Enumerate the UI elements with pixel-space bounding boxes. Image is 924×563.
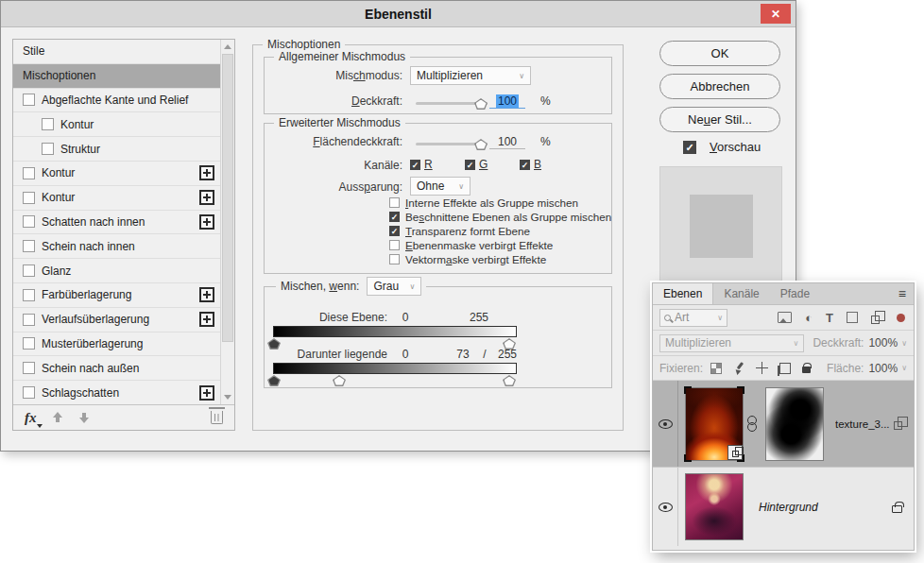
this-layer-gradient[interactable] xyxy=(273,326,517,337)
add-effect-icon[interactable] xyxy=(199,385,214,401)
slider-thumb[interactable] xyxy=(474,98,488,110)
checkbox[interactable] xyxy=(389,254,400,264)
check-beschnittene-ebenen[interactable]: ✓ Beschnittene Ebenen als Gruppe mischen xyxy=(389,211,611,223)
filter-toggle-icon[interactable] xyxy=(897,314,905,322)
close-button[interactable]: ✕ xyxy=(761,4,791,24)
style-item-struktur[interactable]: Struktur xyxy=(13,137,220,162)
filter-pixel-layers-icon[interactable] xyxy=(778,312,792,323)
preview-toggle[interactable]: ✓ Vorschau xyxy=(683,140,761,154)
visibility-cell[interactable] xyxy=(653,468,678,546)
checkbox[interactable] xyxy=(23,314,35,326)
style-item-kontur-sub[interactable]: Kontur xyxy=(13,112,220,137)
add-effect-icon[interactable] xyxy=(199,287,214,302)
opacity-value[interactable]: 100% xyxy=(868,336,898,350)
checkbox[interactable] xyxy=(42,143,54,155)
checkbox[interactable] xyxy=(23,215,35,228)
move-effect-up-icon[interactable] xyxy=(52,412,63,423)
style-item-verlaufsueberlagerung[interactable]: Verlaufsüberlagerung xyxy=(13,308,220,333)
panel-menu-icon[interactable]: ≡ xyxy=(891,283,914,304)
add-effect-icon[interactable] xyxy=(199,312,214,327)
layer-filter-select[interactable]: Art ∨ xyxy=(659,309,727,327)
styles-scrollbar[interactable] xyxy=(220,40,234,404)
style-item-abgeflachte-kante[interactable]: Abgeflachte Kante und Relief xyxy=(13,89,220,113)
dialog-titlebar[interactable]: Ebenenstil ✕ xyxy=(1,1,796,27)
style-item-schein-nach-innen[interactable]: Schein nach innen xyxy=(13,234,220,259)
opacity-input[interactable]: 100 xyxy=(489,94,525,109)
channel-b-checkbox[interactable]: ✓ xyxy=(520,160,530,170)
check-transparenz-formt[interactable]: ✓ Transparenz formt Ebene xyxy=(389,225,530,237)
layer-thumbnail[interactable] xyxy=(685,387,744,461)
layer-mask-thumbnail[interactable] xyxy=(765,387,824,461)
opacity-slider[interactable] xyxy=(416,102,488,105)
style-item-farbueberlagerung[interactable]: Farbüberlagerung xyxy=(13,283,220,308)
visibility-eye-icon[interactable] xyxy=(659,419,673,429)
checkbox[interactable] xyxy=(23,362,35,374)
tab-ebenen[interactable]: Ebenen xyxy=(653,283,713,304)
style-item-glanz[interactable]: Glanz xyxy=(13,259,220,283)
scroll-down-icon[interactable] xyxy=(221,391,234,403)
check-ebenenmaske-verbirgt[interactable]: Ebenenmaske verbirgt Effekte xyxy=(389,239,553,251)
fx-menu-button[interactable]: fx xyxy=(25,411,37,425)
layer-thumbnail[interactable] xyxy=(685,473,744,540)
scroll-up-icon[interactable] xyxy=(221,41,234,53)
checkbox[interactable]: ✓ xyxy=(389,212,400,222)
underlying-shadow-thumb[interactable] xyxy=(267,375,281,386)
checkbox[interactable] xyxy=(23,240,35,252)
tab-pfade[interactable]: Pfade xyxy=(770,283,820,304)
channel-r-checkbox[interactable]: ✓ xyxy=(410,160,420,170)
checkbox[interactable] xyxy=(23,289,35,301)
filter-shape-layers-icon[interactable] xyxy=(847,312,858,323)
ok-button[interactable]: OK xyxy=(659,41,780,66)
lock-position-icon[interactable] xyxy=(756,362,768,374)
filter-smart-objects-icon[interactable] xyxy=(871,316,880,324)
style-item-kontur-1[interactable]: Kontur xyxy=(13,162,220,186)
underlying-highlight-thumb[interactable] xyxy=(503,375,516,386)
slider-thumb[interactable] xyxy=(474,139,488,150)
lock-pixels-icon[interactable] xyxy=(733,362,744,374)
knockout-select[interactable]: Ohne ∨ xyxy=(410,177,471,196)
mask-link-icon[interactable] xyxy=(747,416,757,432)
cancel-button[interactable]: Abbrechen xyxy=(659,74,780,99)
layer-name[interactable]: texture_3... xyxy=(835,418,894,430)
checkbox[interactable] xyxy=(389,197,400,208)
fill-opacity-slider[interactable] xyxy=(416,143,488,145)
blend-mode-select[interactable]: Multiplizieren ∨ xyxy=(410,66,531,85)
preview-checkbox[interactable]: ✓ xyxy=(683,141,696,154)
filter-type-layers-icon[interactable]: T xyxy=(826,312,833,324)
new-style-button[interactable]: Neuer Stil... xyxy=(659,107,780,132)
style-item-stile[interactable]: Stile xyxy=(13,40,220,64)
lock-artboard-icon[interactable] xyxy=(779,363,791,374)
filter-adjustment-layers-icon[interactable]: ◐ xyxy=(805,312,813,324)
layer-row-texture[interactable]: texture_3... xyxy=(653,381,914,468)
checkbox[interactable]: ✓ xyxy=(389,226,400,236)
checkbox[interactable] xyxy=(23,94,35,106)
delete-effect-icon[interactable] xyxy=(211,411,223,424)
checkbox[interactable] xyxy=(23,386,35,399)
style-item-kontur-2[interactable]: Kontur xyxy=(13,186,220,211)
style-item-schatten-nach-innen[interactable]: Schatten nach innen xyxy=(13,211,220,235)
underlying-gradient[interactable] xyxy=(273,363,517,374)
style-item-schein-nach-aussen[interactable]: Schein nach außen xyxy=(13,356,220,381)
visibility-eye-icon[interactable] xyxy=(659,503,673,512)
checkbox[interactable] xyxy=(23,167,35,179)
style-item-musterueberlagerung[interactable]: Musterüberlagerung xyxy=(13,333,220,357)
add-effect-icon[interactable] xyxy=(199,214,214,230)
lock-transparency-icon[interactable] xyxy=(710,363,722,374)
channel-g-checkbox[interactable]: ✓ xyxy=(465,160,475,170)
style-item-schlagschatten[interactable]: Schlagschatten xyxy=(13,381,220,404)
check-interne-effekte[interactable]: Interne Effekte als Gruppe mischen xyxy=(389,196,578,209)
move-effect-down-icon[interactable] xyxy=(78,412,90,423)
style-item-mischoptionen[interactable]: Mischoptionen xyxy=(13,64,220,89)
fill-value[interactable]: 100% xyxy=(868,362,898,375)
checkbox[interactable] xyxy=(23,192,35,204)
layer-row-hintergrund[interactable]: Hintergrund xyxy=(653,468,914,546)
scrollbar-thumb[interactable] xyxy=(222,54,233,342)
lock-all-icon[interactable] xyxy=(802,367,811,373)
checkbox[interactable] xyxy=(42,118,54,130)
tab-kanaele[interactable]: Kanäle xyxy=(713,283,769,304)
layer-blend-mode-select[interactable]: Multiplizieren ∨ xyxy=(659,334,804,352)
blend-if-select[interactable]: Grau ∨ xyxy=(367,277,421,296)
layer-name[interactable]: Hintergrund xyxy=(759,501,892,514)
visibility-cell[interactable] xyxy=(653,381,678,467)
checkbox[interactable] xyxy=(389,240,400,250)
